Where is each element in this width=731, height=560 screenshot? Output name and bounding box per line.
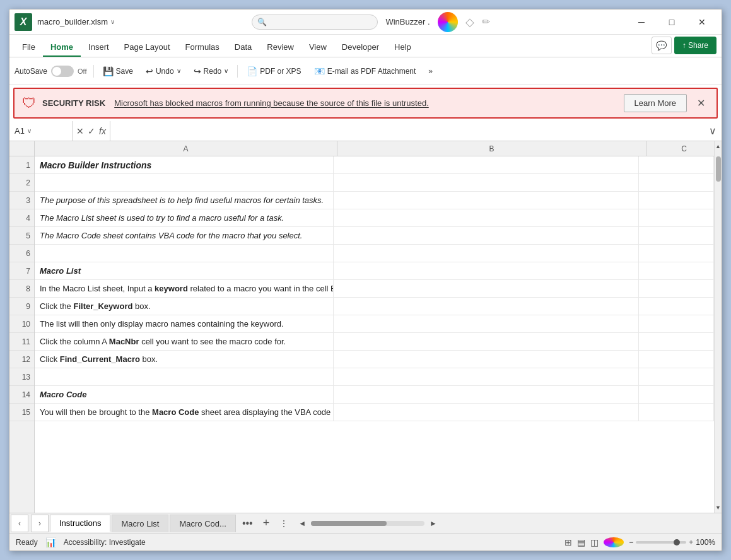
- vertical-scrollbar[interactable]: ▲ ▼: [714, 141, 722, 513]
- cell-c7[interactable]: [639, 262, 714, 279]
- table-row[interactable]: [35, 174, 714, 192]
- cell-c13[interactable]: [639, 368, 714, 385]
- table-row[interactable]: Click the column A MacNbr cell you want …: [35, 333, 714, 351]
- cell-b15[interactable]: [334, 404, 639, 421]
- table-row[interactable]: The list will then only display macro na…: [35, 315, 714, 333]
- cell-c10[interactable]: [639, 315, 714, 332]
- tab-file[interactable]: File: [15, 38, 43, 57]
- zoom-minus[interactable]: −: [629, 538, 633, 547]
- cell-a7[interactable]: Macro List: [35, 262, 334, 279]
- normal-view-icon[interactable]: ⊞: [564, 537, 572, 547]
- zoom-slider[interactable]: [636, 541, 686, 544]
- table-row[interactable]: In the Macro List sheet, Input a keyword…: [35, 280, 714, 298]
- sheet-tab-instructions[interactable]: Instructions: [50, 515, 110, 532]
- cell-a14[interactable]: Macro Code: [35, 386, 334, 403]
- tab-home[interactable]: Home: [43, 38, 81, 57]
- tab-help[interactable]: Help: [387, 38, 419, 57]
- banner-close-button[interactable]: ✕: [693, 96, 709, 110]
- status-macro-icon[interactable]: 📊: [45, 537, 56, 547]
- cell-c3[interactable]: [639, 192, 714, 209]
- tab-view[interactable]: View: [301, 38, 334, 57]
- save-button[interactable]: 💾 Save: [98, 64, 138, 79]
- cell-a10[interactable]: The list will then only display macro na…: [35, 315, 334, 332]
- cell-b9[interactable]: [334, 298, 639, 315]
- cell-b12[interactable]: [334, 351, 639, 368]
- cell-c14[interactable]: [639, 386, 714, 403]
- table-row[interactable]: Macro Builder Instructions: [35, 156, 714, 174]
- formula-cancel-icon[interactable]: ✕: [76, 126, 84, 136]
- cell-b7[interactable]: [334, 262, 639, 279]
- table-row[interactable]: Click the Filter_Keyword box.: [35, 298, 714, 315]
- table-row[interactable]: The Macro Code sheet contains VBA code f…: [35, 227, 714, 245]
- cell-c4[interactable]: [639, 209, 714, 226]
- cell-b6[interactable]: [334, 245, 639, 262]
- sheet-scroll-left[interactable]: ◄: [296, 519, 308, 528]
- pdf-button[interactable]: 📄 PDF or XPS: [242, 64, 306, 79]
- email-pdf-button[interactable]: 📧 E-mail as PDF Attachment: [309, 64, 421, 79]
- redo-button[interactable]: ↪ Redo ∨: [189, 64, 234, 79]
- learn-more-button[interactable]: Learn More: [624, 94, 687, 112]
- tab-review[interactable]: Review: [259, 38, 301, 57]
- cell-a15[interactable]: You will then be brought to the Macro Co…: [35, 404, 334, 421]
- table-row[interactable]: Macro List: [35, 262, 714, 280]
- sheet-tab-menu[interactable]: ⋮: [274, 516, 293, 531]
- minimize-button[interactable]: ─: [627, 12, 656, 32]
- cell-a3[interactable]: The purpose of this spreadsheet is to he…: [35, 192, 334, 209]
- cell-reference-box[interactable]: A1 ∨: [9, 121, 73, 141]
- cell-b8[interactable]: [334, 280, 639, 297]
- undo-button[interactable]: ↩ Undo ∨: [141, 64, 186, 79]
- page-break-icon[interactable]: ◫: [590, 537, 599, 547]
- cell-b3[interactable]: [334, 192, 639, 209]
- search-box[interactable]: 🔍: [252, 15, 378, 30]
- cell-a13[interactable]: [35, 368, 334, 385]
- maximize-button[interactable]: □: [657, 12, 686, 32]
- cell-b2[interactable]: [334, 174, 639, 191]
- tab-data[interactable]: Data: [227, 38, 259, 57]
- cell-a9[interactable]: Click the Filter_Keyword box.: [35, 298, 334, 315]
- table-row[interactable]: [35, 368, 714, 386]
- tab-developer[interactable]: Developer: [334, 38, 387, 57]
- table-row[interactable]: Click Find_Current_Macro box.: [35, 351, 714, 368]
- scroll-thumb[interactable]: [716, 156, 721, 182]
- formula-expand-icon[interactable]: ∨: [704, 125, 722, 137]
- table-row[interactable]: The purpose of this spreadsheet is to he…: [35, 192, 714, 209]
- cell-c9[interactable]: [639, 298, 714, 315]
- cell-b4[interactable]: [334, 209, 639, 226]
- sheet-tab-macro-list[interactable]: Macro List: [112, 515, 168, 532]
- accessibility-text[interactable]: Accessibility: Investigate: [64, 538, 146, 547]
- comment-button[interactable]: 💬: [652, 37, 672, 54]
- cell-a4[interactable]: The Macro List sheet is used to try to f…: [35, 209, 334, 226]
- more-tools-button[interactable]: »: [423, 64, 438, 78]
- cell-c1[interactable]: [639, 156, 714, 173]
- cell-b10[interactable]: [334, 315, 639, 332]
- formula-confirm-icon[interactable]: ✓: [88, 126, 95, 136]
- page-layout-icon[interactable]: ▤: [577, 537, 585, 547]
- cell-b13[interactable]: [334, 368, 639, 385]
- cell-c2[interactable]: [639, 174, 714, 191]
- table-row[interactable]: [35, 245, 714, 262]
- scroll-track[interactable]: [715, 151, 722, 503]
- cell-a2[interactable]: [35, 174, 334, 191]
- tab-page-layout[interactable]: Page Layout: [117, 38, 178, 57]
- cell-a8[interactable]: In the Macro List sheet, Input a keyword…: [35, 280, 334, 297]
- cell-a12[interactable]: Click Find_Current_Macro box.: [35, 351, 334, 368]
- scroll-up-arrow[interactable]: ▲: [715, 141, 722, 151]
- cell-b11[interactable]: [334, 333, 639, 350]
- cell-c15[interactable]: [639, 404, 714, 421]
- cell-a6[interactable]: [35, 245, 334, 262]
- share-button[interactable]: ↑ Share: [674, 37, 716, 54]
- cell-c11[interactable]: [639, 333, 714, 350]
- cell-a1[interactable]: Macro Builder Instructions: [35, 156, 334, 173]
- table-row[interactable]: Macro Code: [35, 386, 714, 404]
- tab-formulas[interactable]: Formulas: [178, 38, 227, 57]
- cell-c8[interactable]: [639, 280, 714, 297]
- cell-a11[interactable]: Click the column A MacNbr cell you want …: [35, 333, 334, 350]
- sheet-scroll-right[interactable]: ►: [427, 519, 440, 528]
- close-button[interactable]: ✕: [687, 12, 716, 32]
- formula-fx-icon[interactable]: fx: [99, 126, 106, 136]
- sheet-tab-more[interactable]: •••: [237, 515, 258, 532]
- zoom-control[interactable]: − + 100%: [629, 538, 715, 547]
- sheet-tab-macro-code[interactable]: Macro Cod...: [170, 515, 235, 532]
- scroll-down-arrow[interactable]: ▼: [715, 503, 722, 513]
- sheet-scroll-thumb[interactable]: [311, 521, 387, 526]
